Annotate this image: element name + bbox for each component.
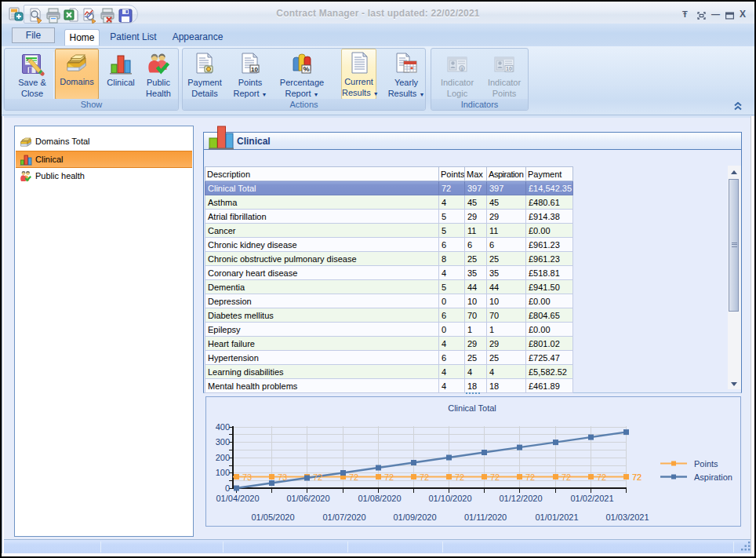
svg-text:01/02/2021: 01/02/2021	[570, 494, 613, 503]
svg-text:0: 0	[225, 483, 230, 493]
svg-text:01/03/2021: 01/03/2021	[605, 512, 649, 522]
svg-text:72: 72	[562, 472, 571, 482]
svg-text:01/04/2020: 01/04/2020	[216, 494, 259, 503]
svg-text:300: 300	[216, 437, 230, 447]
svg-text:400: 400	[216, 422, 230, 432]
svg-text:01/05/2020: 01/05/2020	[251, 512, 294, 522]
svg-text:73: 73	[242, 472, 252, 482]
svg-text:72: 72	[384, 472, 394, 482]
svg-text:200: 200	[216, 453, 230, 462]
svg-text:Points: Points	[694, 459, 718, 469]
svg-text:01/07/2020: 01/07/2020	[322, 512, 365, 522]
svg-text:72: 72	[632, 472, 642, 482]
svg-text:72: 72	[525, 472, 535, 482]
svg-text:Aspiration: Aspiration	[694, 472, 732, 482]
svg-text:01/11/2020: 01/11/2020	[464, 512, 507, 522]
svg-text:72: 72	[490, 472, 500, 482]
svg-text:01/09/2020: 01/09/2020	[393, 512, 436, 522]
svg-text:01/10/2020: 01/10/2020	[428, 494, 471, 503]
svg-text:01/08/2020: 01/08/2020	[358, 494, 401, 503]
svg-text:72: 72	[455, 472, 464, 482]
svg-text:01/06/2020: 01/06/2020	[286, 494, 329, 503]
svg-text:73: 73	[278, 472, 287, 482]
svg-text:72: 72	[313, 472, 322, 482]
svg-text:10: 10	[506, 66, 512, 71]
svg-text:72: 72	[420, 472, 429, 482]
svg-text:72: 72	[349, 472, 358, 482]
svg-text:01/12/2020: 01/12/2020	[499, 494, 542, 503]
svg-text:100: 100	[216, 468, 230, 477]
svg-text:72: 72	[597, 472, 606, 482]
svg-text:Clinical Total: Clinical Total	[448, 403, 496, 413]
svg-text:01/01/2021: 01/01/2021	[535, 512, 578, 522]
svg-text:10: 10	[251, 66, 258, 73]
svg-text:%: %	[303, 65, 309, 73]
